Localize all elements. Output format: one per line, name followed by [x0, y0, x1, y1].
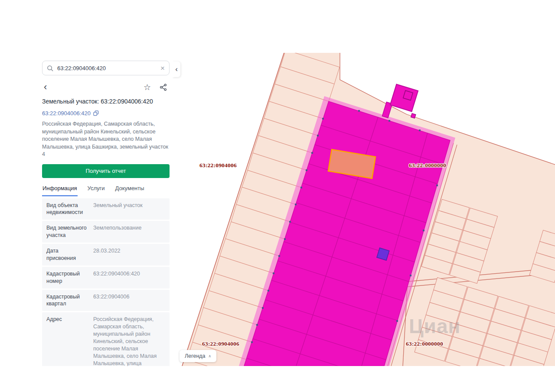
favorite-icon[interactable]: ☆	[144, 83, 151, 91]
info-row-assign-date: Дата присвоения 28.03.2022	[42, 244, 170, 266]
tab-documents[interactable]: Документы	[115, 183, 145, 196]
page-title: Земельный участок: 63:22:0904006:420	[42, 98, 170, 105]
address-summary: Российская Федерация, Самарская область,…	[42, 120, 170, 159]
cadastral-number-link[interactable]: 63:22:0904006:420	[42, 110, 170, 117]
map-viewport: 63:22:0904006 63:22:0000000 63:22:090400…	[173, 53, 555, 366]
quarter-label: 63:22:0000000	[406, 340, 443, 347]
info-row-address: Адрес Российская Федерация, Самарская об…	[42, 312, 170, 366]
toolbar-actions: ☆	[144, 83, 167, 91]
cadastral-number-text: 63:22:0904006:420	[42, 110, 91, 117]
info-row-cadastral-block: Кадастровый квартал 63:22:0904006	[42, 290, 170, 311]
quarter-label: 63:22:0904006	[202, 340, 239, 347]
info-row-cadastral-number: Кадастровый номер 63:22:0904006:420	[42, 267, 170, 288]
info-table: Вид объекта недвижимости Земельный участ…	[42, 198, 170, 366]
map-canvas[interactable]	[173, 53, 555, 366]
tab-services[interactable]: Услуги	[87, 183, 105, 196]
share-icon[interactable]	[160, 84, 167, 91]
info-row-parcel-kind: Вид земельного участка Землепользование	[42, 221, 170, 243]
tab-information[interactable]: Информация	[42, 183, 78, 196]
search-input[interactable]	[57, 65, 157, 71]
back-button[interactable]: ‹	[42, 83, 49, 91]
info-row-object-type: Вид объекта недвижимости Земельный участ…	[42, 198, 170, 220]
collapse-panel-button[interactable]: ‹	[173, 62, 180, 77]
chevron-up-icon: ∧	[209, 354, 212, 358]
search-bar[interactable]: ×	[42, 61, 170, 75]
panel-toolbar: ‹ ☆	[42, 82, 170, 92]
quarter-label: 63:22:0000000	[409, 162, 446, 169]
legend-button[interactable]: Легенда ∧	[180, 350, 216, 362]
clear-search-icon[interactable]: ×	[160, 65, 165, 72]
search-icon	[47, 65, 53, 71]
quarter-label: 63:22:0904006	[199, 162, 237, 169]
get-report-button[interactable]: Получить отчет	[42, 164, 170, 178]
app-window: × ‹ ☆ Земельный участок: 63:22:0904006:4…	[0, 0, 555, 392]
parcel-info-panel: × ‹ ☆ Земельный участок: 63:22:0904006:4…	[38, 53, 173, 366]
tab-bar: Информация Услуги Документы	[42, 183, 170, 196]
legend-label: Легенда	[185, 353, 206, 359]
copy-icon[interactable]	[93, 110, 99, 116]
